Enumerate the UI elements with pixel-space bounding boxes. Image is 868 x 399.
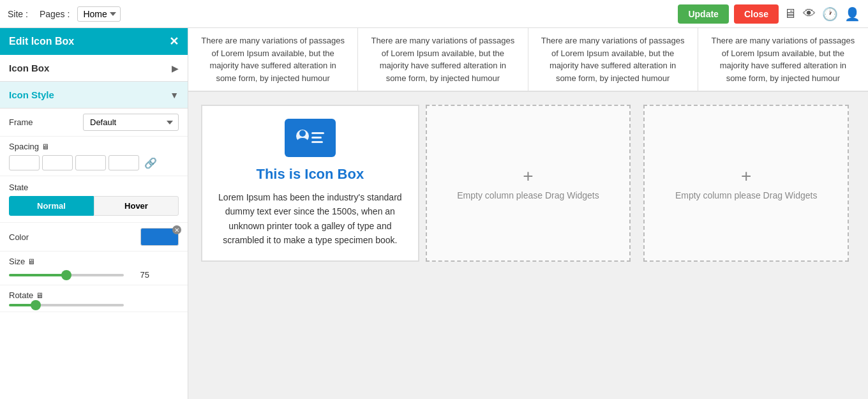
spacing-left[interactable] xyxy=(108,155,139,170)
topbar-icon-group: 🖥 👁 🕐 👤 xyxy=(784,6,860,22)
monitor-icon[interactable]: 🖥 xyxy=(784,6,797,21)
person-icon[interactable]: 👤 xyxy=(844,6,860,22)
site-label: Site : xyxy=(8,9,28,19)
icon-box-title: This is Icon Box xyxy=(256,166,364,183)
panel-title: Edit Icon Box xyxy=(9,36,74,47)
empty-col-1-label: Empty column please Drag Widgets xyxy=(457,190,599,200)
frame-row: Frame Default xyxy=(0,109,188,137)
normal-state-button[interactable]: Normal xyxy=(9,196,94,216)
state-label: State xyxy=(9,183,179,192)
clock-icon[interactable]: 🕐 xyxy=(822,6,838,22)
color-row: Color ✕ xyxy=(0,223,188,252)
lorem-col-3: There are many variations of passages of… xyxy=(528,28,698,91)
state-row: State Normal Hover xyxy=(0,176,188,223)
panel-header: Edit Icon Box ✕ xyxy=(0,28,188,55)
rotate-label: Rotate 🖥 xyxy=(9,290,179,300)
spacing-top[interactable] xyxy=(9,155,40,170)
frame-select[interactable]: Default xyxy=(83,114,179,131)
content-area: There are many variations of passages of… xyxy=(188,28,868,399)
lorem-col-4: There are many variations of passages of… xyxy=(698,28,868,91)
main-layout: Edit Icon Box ✕ Icon Box ▶ Icon Style ▼ … xyxy=(0,28,868,399)
spacing-row: Spacing 🖥 🔗 xyxy=(0,137,188,176)
lorem-col-1: There are many variations of passages of… xyxy=(188,28,358,91)
eye-icon[interactable]: 👁 xyxy=(803,6,816,21)
empty-col-2-plus: + xyxy=(741,166,751,186)
spacing-label: Spacing 🖥 xyxy=(9,142,179,151)
close-button[interactable]: Close xyxy=(734,4,779,24)
lorem-section: There are many variations of passages of… xyxy=(188,28,868,92)
color-label: Color xyxy=(9,232,29,242)
left-panel: Edit Icon Box ✕ Icon Box ▶ Icon Style ▼ … xyxy=(0,28,188,399)
state-buttons: Normal Hover xyxy=(9,196,179,216)
svg-point-2 xyxy=(297,138,308,144)
spacing-inputs: 🔗 xyxy=(9,155,179,170)
pages-select[interactable]: Home xyxy=(77,6,121,22)
size-row: Size 🖥 75 xyxy=(0,252,188,285)
icon-style-arrow-icon: ▼ xyxy=(170,90,179,100)
empty-col-2[interactable]: + Empty column please Drag Widgets xyxy=(643,105,849,262)
spacing-link-icon[interactable]: 🔗 xyxy=(144,157,157,169)
rotate-monitor-icon: 🖥 xyxy=(36,291,43,300)
rotate-row: Rotate 🖥 xyxy=(0,285,188,312)
update-button[interactable]: Update xyxy=(678,4,728,24)
size-value: 75 xyxy=(130,270,149,280)
svg-rect-5 xyxy=(311,141,323,143)
svg-rect-4 xyxy=(311,137,322,139)
icon-box-widget: This is Icon Box Lorem Ipsum has been th… xyxy=(201,105,419,262)
empty-col-1-plus: + xyxy=(523,166,533,186)
icon-box-body: Lorem Ipsum has been the industry's stan… xyxy=(215,190,405,248)
rotate-slider-wrap xyxy=(9,304,179,306)
empty-col-1[interactable]: + Empty column please Drag Widgets xyxy=(426,105,631,262)
spacing-monitor-icon: 🖥 xyxy=(41,142,49,151)
empty-col-2-label: Empty column please Drag Widgets xyxy=(675,190,818,200)
svg-rect-3 xyxy=(311,132,324,134)
frame-select-wrap: Default xyxy=(83,114,179,131)
spacing-right[interactable] xyxy=(42,155,73,170)
svg-point-1 xyxy=(299,130,306,137)
icon-box-arrow-icon: ▶ xyxy=(172,63,179,73)
topbar-actions: Update Close 🖥 👁 🕐 👤 xyxy=(678,4,860,24)
icon-box-svg xyxy=(292,124,328,151)
panel-close-icon[interactable]: ✕ xyxy=(169,34,179,49)
icon-box-section[interactable]: Icon Box ▶ xyxy=(0,55,188,82)
color-swatch-wrap: ✕ xyxy=(140,228,179,246)
icon-box-label: Icon Box xyxy=(9,63,49,73)
lorem-col-2: There are many variations of passages of… xyxy=(358,28,528,91)
size-slider-wrap: 75 xyxy=(9,270,179,280)
icon-style-section[interactable]: Icon Style ▼ xyxy=(0,82,188,109)
hover-state-button[interactable]: Hover xyxy=(94,196,179,216)
topbar: Site : Pages : Home Update Close 🖥 👁 🕐 👤 xyxy=(0,0,868,28)
icon-box-icon xyxy=(285,119,336,157)
spacing-bottom[interactable] xyxy=(75,155,106,170)
icon-style-label: Icon Style xyxy=(9,89,54,100)
size-label: Size 🖥 xyxy=(9,257,179,266)
widget-section: This is Icon Box Lorem Ipsum has been th… xyxy=(188,92,868,275)
frame-label: Frame xyxy=(9,117,33,127)
size-monitor-icon: 🖥 xyxy=(27,257,35,266)
size-slider[interactable] xyxy=(9,274,124,276)
color-clear-icon[interactable]: ✕ xyxy=(172,225,181,234)
rotate-slider[interactable] xyxy=(9,304,124,306)
pages-label: Pages : xyxy=(40,9,70,19)
